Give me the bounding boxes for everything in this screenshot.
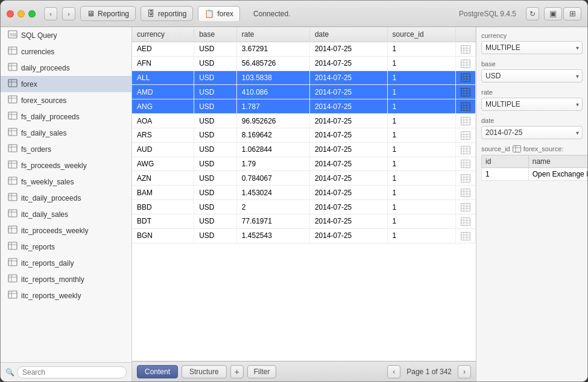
sidebar-item-itc-daily-sales[interactable]: itc_daily_sales	[1, 206, 131, 222]
cell-source_id: 1	[387, 142, 455, 157]
table-row[interactable]: AOAUSD96.9526262014-07-251	[132, 114, 476, 128]
add-row-button[interactable]: +	[230, 365, 244, 378]
sidebar-item-fs-proceeds-weekly[interactable]: fs_proceeds_weekly	[1, 157, 131, 174]
table-row[interactable]: ALLUSD103.58382014-07-251	[132, 70, 476, 85]
cell-grid-action[interactable]	[456, 114, 476, 128]
svg-rect-14	[8, 112, 17, 119]
table-fs-daily-sales-icon	[8, 128, 17, 138]
table-row[interactable]: BBDUSD22014-07-251	[132, 200, 476, 214]
base-select[interactable]: USD	[481, 69, 583, 83]
back-button[interactable]: ‹	[44, 7, 57, 20]
cell-base: USD	[194, 42, 237, 57]
sidebar-item-daily-proceeds[interactable]: daily_proceeds	[1, 60, 131, 76]
tab-table-forex[interactable]: 📋 forex	[198, 6, 240, 21]
col-date[interactable]: date	[309, 27, 387, 42]
view-split-button[interactable]: ⊞	[563, 7, 581, 20]
cell-grid-action[interactable]	[456, 228, 476, 243]
table-row[interactable]: BDTUSD77.619712014-07-251	[132, 214, 476, 228]
table-row[interactable]: ANGUSD1.7872014-07-251	[132, 99, 476, 114]
date-select[interactable]: 2014-07-25	[481, 126, 583, 139]
rate-select[interactable]: MULTIPLE	[481, 98, 583, 111]
table-row[interactable]: ARSUSD8.1696422014-07-251	[132, 128, 476, 142]
main-content: SQL SQL Query currencies daily_proc	[1, 27, 587, 381]
cell-source_id: 1	[387, 186, 455, 200]
date-select-wrapper: 2014-07-25	[481, 126, 583, 139]
cell-currency: AZN	[132, 171, 194, 186]
search-input[interactable]	[17, 366, 127, 378]
table-row[interactable]: AEDUSD3.672912014-07-251	[132, 42, 476, 57]
filter-base-label: base	[481, 60, 583, 67]
table-row[interactable]: AWGUSD1.792014-07-251	[132, 157, 476, 171]
table-row[interactable]: BAMUSD1.4530242014-07-251	[132, 186, 476, 200]
cell-source_id: 1	[387, 114, 455, 128]
table-row[interactable]: AFNUSD56.4857262014-07-251	[132, 56, 476, 70]
sidebar-item-itc-reports-monthly[interactable]: itc_reports_monthly	[1, 271, 131, 287]
svg-rect-50	[461, 45, 470, 53]
maximize-button[interactable]	[28, 10, 36, 17]
currency-select[interactable]: MULTIPLE	[481, 41, 583, 54]
cell-grid-action[interactable]	[456, 99, 476, 114]
tab-server-reporting[interactable]: 🖥 Reporting	[80, 6, 136, 21]
cell-rate: 1.79	[236, 157, 309, 171]
sidebar-item-forex[interactable]: forex	[1, 76, 131, 92]
sidebar-item-forex-sources[interactable]: forex_sources	[1, 92, 131, 108]
table-itc-proceeds-weekly-icon	[8, 225, 17, 236]
col-currency[interactable]: currency	[132, 27, 194, 42]
cell-grid-action[interactable]	[456, 157, 476, 171]
table-row[interactable]: AMDUSD410.0862014-07-251	[132, 85, 476, 99]
table-row[interactable]: AUDUSD1.0628442014-07-251	[132, 142, 476, 157]
tab-database-reporting[interactable]: 🗄 reporting	[141, 6, 193, 21]
sidebar-item-fs-orders[interactable]: fs_orders	[1, 141, 131, 157]
sidebar-item-itc-reports[interactable]: itc_reports	[1, 239, 131, 255]
svg-rect-70	[461, 103, 470, 111]
grid-action-icon	[461, 189, 470, 197]
cell-currency: AOA	[132, 114, 194, 128]
reload-button[interactable]: ↻	[526, 7, 539, 20]
filter-button[interactable]: Filter	[247, 365, 277, 378]
col-actions	[456, 27, 476, 42]
close-button[interactable]	[7, 10, 14, 17]
sidebar-item-fs-orders-label: fs_orders	[21, 145, 51, 154]
data-table: currency base rate date source_id AEDUSD…	[132, 27, 476, 243]
sidebar-item-sql-query[interactable]: SQL SQL Query	[1, 27, 131, 43]
cell-grid-action[interactable]	[456, 42, 476, 57]
grid-action-icon	[461, 174, 470, 183]
sidebar-item-itc-proceeds-weekly-label: itc_proceeds_weekly	[21, 227, 88, 235]
sidebar-item-itc-daily-proceeds[interactable]: itc_daily_proceeds	[1, 190, 131, 206]
col-source-id[interactable]: source_id	[387, 27, 455, 42]
cell-grid-action[interactable]	[456, 200, 476, 214]
forward-button[interactable]: ›	[62, 7, 75, 20]
cell-grid-action[interactable]	[456, 70, 476, 85]
cell-source_id: 1	[387, 171, 455, 186]
cell-grid-action[interactable]	[456, 214, 476, 228]
sidebar-item-itc-reports-weekly[interactable]: itc_reports_weekly	[1, 287, 131, 304]
content-tab-button[interactable]: Content	[137, 365, 178, 378]
sidebar-item-itc-reports-daily[interactable]: itc_reports_daily	[1, 255, 131, 271]
col-rate[interactable]: rate	[236, 27, 309, 42]
sidebar-item-fs-weekly-sales[interactable]: fs_weekly_sales	[1, 174, 131, 190]
sidebar-item-fs-daily-sales[interactable]: fs_daily_sales	[1, 125, 131, 141]
cell-grid-action[interactable]	[456, 85, 476, 99]
next-page-button[interactable]: ›	[458, 365, 471, 378]
table-row[interactable]: AZNUSD0.7840672014-07-251	[132, 171, 476, 186]
minimize-button[interactable]	[17, 10, 25, 17]
cell-currency: BDT	[132, 214, 194, 228]
table-row[interactable]: BGNUSD1.4525432014-07-251	[132, 228, 476, 243]
cell-source_id: 1	[387, 42, 455, 57]
sidebar-item-itc-proceeds-weekly[interactable]: itc_proceeds_weekly	[1, 222, 131, 239]
view-single-button[interactable]: ▣	[544, 7, 562, 20]
sidebar-item-fs-daily-proceeds[interactable]: fs_daily_proceeds	[1, 108, 131, 125]
structure-tab-button[interactable]: Structure	[182, 365, 227, 378]
cell-grid-action[interactable]	[456, 171, 476, 186]
sidebar-item-currencies[interactable]: currencies	[1, 43, 131, 60]
cell-base: USD	[194, 128, 237, 142]
svg-rect-105	[461, 203, 470, 211]
cell-grid-action[interactable]	[456, 142, 476, 157]
prev-page-button[interactable]: ‹	[387, 365, 400, 378]
cell-date: 2014-07-25	[309, 56, 387, 70]
sidebar-item-sql-query-label: SQL Query	[21, 31, 57, 40]
cell-grid-action[interactable]	[456, 186, 476, 200]
cell-grid-action[interactable]	[456, 56, 476, 70]
col-base[interactable]: base	[194, 27, 237, 42]
cell-grid-action[interactable]	[456, 128, 476, 142]
